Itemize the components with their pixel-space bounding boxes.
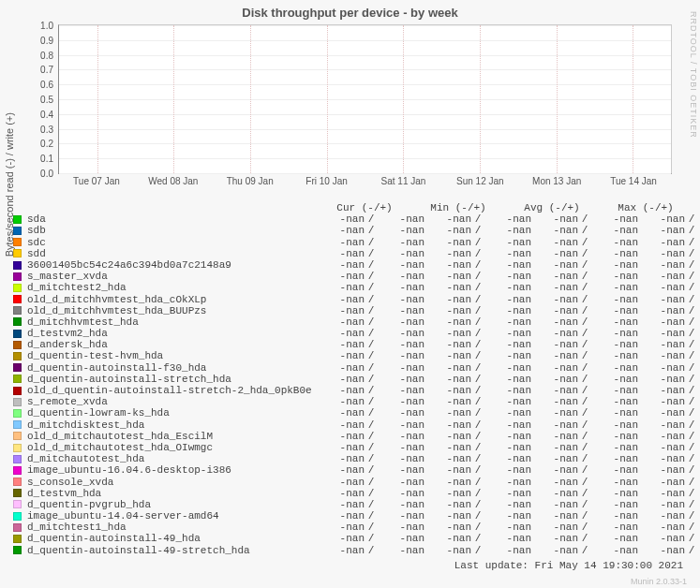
max-neg: -nan [638, 477, 685, 488]
cur-neg: -nan [318, 339, 365, 350]
plot-area: 0.00.10.20.30.40.50.60.70.80.91.0 Tue 07… [58, 24, 672, 187]
max-neg: -nan [638, 453, 685, 464]
min-neg: -nan [424, 477, 471, 488]
min-neg: -nan [424, 431, 471, 442]
min-neg: -nan [424, 350, 471, 361]
avg-neg: -nan [531, 259, 578, 271]
cur-pos: -nan [378, 305, 424, 316]
legend-row: d_mitchautotest_hda-nan/-nan-nan/-nan-na… [13, 453, 688, 464]
min-pos: -nan [484, 510, 531, 522]
min-pos: -nan [484, 305, 531, 316]
cur-neg: -nan [318, 316, 365, 328]
avg-pos: -nan [591, 522, 638, 533]
series-name: d_quentin-autoinstall-49-stretch_hda [27, 545, 318, 556]
min-pos: -nan [484, 545, 531, 556]
min-neg: -nan [424, 259, 471, 271]
legend-row: sdd-nan/-nan-nan/-nan-nan/-nan-nan/-nan [13, 248, 688, 259]
y-tick: 0.2 [16, 139, 53, 149]
cur-neg: -nan [318, 488, 365, 499]
munin-graph: Disk throughput per device - by week RRD… [0, 0, 700, 588]
min-pos: -nan [484, 499, 531, 510]
min-neg: -nan [424, 248, 471, 259]
min-neg: -nan [424, 396, 471, 407]
legend-header: Cur (-/+) Min (-/+) Avg (-/+) Max (-/+) [13, 202, 688, 213]
cur-pos: -nan [378, 225, 424, 236]
col-avg: Avg (-/+) [505, 202, 599, 213]
cur-pos: -nan [378, 477, 424, 488]
avg-neg: -nan [531, 350, 578, 361]
series-name: old_d_mitchautotest_hda_EscilM [27, 431, 318, 442]
y-tick: 0.3 [16, 124, 53, 134]
col-max: Max (-/+) [599, 202, 693, 213]
min-pos: -nan [484, 442, 531, 453]
avg-neg: -nan [531, 545, 578, 556]
legend-row: d_mitchtest2_hda-nan/-nan-nan/-nan-nan/-… [13, 282, 688, 293]
legend-swatch [13, 227, 22, 235]
cur-pos: -nan [378, 533, 424, 544]
avg-pos: -nan [591, 533, 638, 544]
min-neg: -nan [424, 362, 471, 374]
y-tick: 0.8 [16, 50, 53, 60]
cur-pos: -nan [378, 385, 424, 396]
max-neg: -nan [638, 533, 685, 544]
cur-neg: -nan [318, 362, 365, 374]
cur-neg: -nan [318, 407, 365, 419]
cur-neg: -nan [318, 510, 365, 522]
last-update: Last update: Fri May 14 19:30:00 2021 [454, 560, 683, 571]
legend-swatch [13, 261, 22, 270]
cur-neg: -nan [318, 453, 365, 464]
avg-pos: -nan [591, 442, 638, 453]
legend-swatch [13, 317, 22, 326]
legend-swatch [13, 466, 22, 475]
avg-neg: -nan [531, 225, 578, 236]
avg-neg: -nan [531, 271, 578, 282]
x-tick: Sun 12 Jan [456, 176, 504, 186]
cur-neg: -nan [318, 522, 365, 533]
cur-neg: -nan [318, 271, 365, 282]
legend-row: old_d_mitchautotest_hda_OIwmgc-nan/-nan-… [13, 442, 688, 453]
max-neg: -nan [638, 431, 685, 442]
series-name: d_mitchdisktest_hda [27, 419, 318, 431]
max-neg: -nan [638, 488, 685, 499]
cur-neg: -nan [318, 419, 365, 431]
cur-pos: -nan [378, 259, 424, 271]
max-neg: -nan [638, 339, 685, 350]
avg-pos: -nan [591, 259, 638, 271]
avg-pos: -nan [591, 396, 638, 407]
cur-pos: -nan [378, 271, 424, 282]
avg-pos: -nan [591, 431, 638, 442]
avg-neg: -nan [531, 499, 578, 510]
series-name: old_d_mitchhvmtest_hda_BUUPzs [27, 305, 318, 316]
max-neg: -nan [638, 271, 685, 282]
cur-neg: -nan [318, 305, 365, 316]
y-tick: 1.0 [16, 21, 53, 31]
legend-row: d_quentin-autoinstall-f30_hda-nan/-nan-n… [13, 362, 688, 374]
series-name: old_d_mitchhvmtest_hda_cOkXLp [27, 294, 318, 305]
legend-row: d_quentin-autoinstall-49_hda-nan/-nan-na… [13, 533, 688, 544]
series-name: d_testvm2_hda [27, 328, 318, 339]
avg-neg: -nan [531, 339, 578, 350]
legend-swatch [13, 409, 22, 418]
avg-pos: -nan [591, 488, 638, 499]
min-pos: -nan [484, 419, 531, 431]
max-neg: -nan [638, 499, 685, 510]
avg-pos: -nan [591, 464, 638, 476]
series-name: old_d_mitchautotest_hda_OIwmgc [27, 442, 318, 453]
series-name: image_ubuntu-14.04-server-amd64 [27, 510, 318, 522]
cur-neg: -nan [318, 248, 365, 259]
min-neg: -nan [424, 533, 471, 544]
legend-swatch [13, 284, 22, 292]
cur-neg: -nan [318, 374, 365, 385]
cur-pos: -nan [378, 294, 424, 305]
max-neg: -nan [638, 374, 685, 385]
avg-pos: -nan [591, 316, 638, 328]
cur-pos: -nan [378, 350, 424, 361]
avg-neg: -nan [531, 464, 578, 476]
min-pos: -nan [484, 477, 531, 488]
max-neg: -nan [638, 362, 685, 374]
min-neg: -nan [424, 407, 471, 419]
avg-neg: -nan [531, 213, 578, 225]
min-pos: -nan [484, 522, 531, 533]
min-neg: -nan [424, 282, 471, 293]
min-pos: -nan [484, 453, 531, 464]
